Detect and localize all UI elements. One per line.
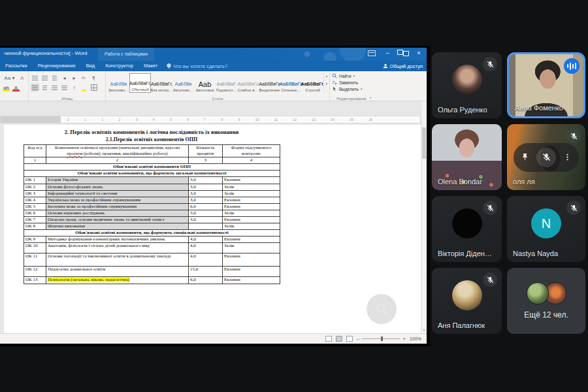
font-color-button[interactable]: А (12, 85, 20, 91)
mic-muted-icon (483, 201, 497, 215)
participant-name: Olena Bondar (438, 178, 482, 186)
borders-icon[interactable] (90, 84, 98, 91)
collapse-ribbon-icon[interactable]: ˄ (369, 96, 372, 100)
mic-muted-icon (483, 57, 497, 71)
select-button[interactable]: Выделить ▾ (332, 86, 371, 92)
tab-view[interactable]: Вид (81, 61, 101, 71)
gallery-up-icon[interactable]: ▴ (326, 74, 328, 78)
tab-review[interactable]: Рецензирование (33, 61, 81, 71)
gallery-more-icon[interactable]: ⋯ (325, 89, 329, 93)
zoom-in-icon[interactable]: + (402, 336, 406, 342)
style-no-spacing[interactable]: АаБбВвГг, Без интер… (151, 73, 172, 93)
style-normal[interactable]: АаБбВвГг, Обычный (129, 73, 151, 93)
section-row: Обов'язкові освітні компоненти ОПП (24, 164, 280, 171)
participant-tile-olya[interactable]: оля ля (507, 124, 585, 190)
line-spacing-icon[interactable]: ↕ (70, 84, 78, 91)
speaking-indicator-icon (564, 58, 580, 74)
document-page[interactable]: 2. Перелік освітніх компонентів і логічн… (4, 125, 421, 333)
more-options-icon[interactable] (563, 153, 572, 161)
participant-tile-anna[interactable]: Анна Фоменко (507, 52, 585, 118)
highlighted-cell: Психологія (загальна, вікова, педагогічн… (46, 277, 189, 284)
participant-tile-viktoria[interactable]: Вікторія Діден… (432, 196, 502, 262)
style-emphasis[interactable]: АаБбВвГг Выделение (259, 73, 280, 93)
spellcheck-word: проєкти (67, 151, 82, 156)
style-heading-partial[interactable]: АаБбВв Заголово… (108, 73, 129, 93)
search-icon (332, 73, 337, 78)
zoom-level[interactable]: 100% (410, 336, 421, 341)
zoom-slider[interactable]: – + (357, 336, 406, 342)
change-case-button[interactable]: Аа ▾ (2, 74, 17, 82)
table-row: ОК 3Інформаційні технології та системи3,… (24, 190, 280, 197)
sort-icon[interactable]: А↓ (80, 74, 88, 82)
vertical-scrollbar[interactable]: ▾ (421, 101, 427, 333)
tab-mailings[interactable]: Рассылки (0, 61, 33, 71)
clear-formatting-icon[interactable]: А (18, 74, 26, 82)
participant-name: Аня Палагнюк (438, 321, 485, 329)
tab-table-layout[interactable]: Макет (139, 61, 163, 71)
window-controls: – × (365, 48, 425, 57)
shading-icon[interactable] (80, 84, 88, 91)
contextual-tab-label[interactable]: Работа с таблицами (98, 48, 154, 61)
participant-tile-anya[interactable]: Аня Палагнюк (432, 268, 502, 334)
scroll-down-icon[interactable]: ▾ (421, 328, 427, 332)
col-header-code: Код н/д (24, 145, 46, 157)
styles-gallery: АаБбВв Заголово… АаБбВвГг, Обычный АаБбВ… (108, 73, 323, 94)
minimize-button[interactable]: – (381, 48, 394, 57)
share-button[interactable]: Общий доступ (383, 63, 423, 69)
participant-name: Вікторія Діден… (438, 250, 492, 257)
participant-tile-nastya[interactable]: N Nastya Nayda (507, 196, 585, 262)
pilcrow-icon[interactable]: ¶ (90, 74, 98, 82)
style-subtitle[interactable]: АаБбВаГ Подзагол… (216, 73, 237, 93)
participant-tile-olena[interactable]: Olena Bondar (432, 124, 502, 190)
zoom-out-icon[interactable]: – (357, 336, 359, 342)
find-button[interactable]: Найти ▾ (332, 73, 371, 79)
pin-icon[interactable] (521, 153, 529, 161)
magnifier-icon (375, 302, 388, 316)
horizontal-ruler[interactable]: 2 1 1 2 3 4 5 6 7 8 9 10 11 12 13 14 15 … (0, 116, 421, 123)
share-label: Общий доступ (390, 63, 423, 69)
table-row: ОК 4Українська мова за професійним спрям… (24, 197, 280, 203)
numbered-list-icon[interactable] (41, 74, 49, 82)
doc-heading-2: 2.1.Перелік освітніх компонентів ОПП (24, 137, 280, 142)
style-subtle-emphasis[interactable]: АаБбВвГг Слабое в… (237, 73, 259, 93)
zoom-thumb[interactable] (381, 336, 383, 341)
decrease-indent-icon[interactable]: ◂ (60, 74, 69, 82)
table-row: ОК 2Основи філософських знань3,0Залік (24, 184, 280, 190)
styles-gallery-scroll[interactable]: ▴ ▾ ⋯ (323, 73, 329, 94)
increase-indent-icon[interactable]: ▸ (70, 74, 78, 82)
align-center-icon[interactable] (41, 84, 49, 91)
tell-me-box[interactable]: Что вы хотите сделать? (167, 63, 227, 69)
participant-name: Ольга Руденко (438, 106, 487, 114)
mic-muted-circle-icon (536, 148, 556, 167)
participant-name: Nastya Nayda (513, 250, 558, 257)
avatar (452, 280, 482, 310)
justify-icon[interactable] (60, 84, 69, 91)
restore-button[interactable] (397, 48, 410, 57)
style-heading1[interactable]: АаБбВв Заголово… (172, 73, 194, 93)
multilevel-list-icon[interactable] (50, 74, 59, 82)
participant-tile-olga[interactable]: Ольга Руденко (432, 52, 502, 118)
align-left-icon[interactable] (31, 84, 39, 91)
close-button[interactable]: × (412, 48, 425, 57)
style-strong[interactable]: АаБбВвГг, Строгий (302, 73, 323, 93)
more-participants-tile[interactable]: Ещё 12 чел. (507, 268, 585, 334)
scrollbar-thumb[interactable] (422, 127, 426, 159)
print-layout-icon[interactable] (336, 336, 342, 342)
gallery-down-icon[interactable]: ▾ (326, 82, 328, 86)
style-title[interactable]: Аab Заголовок (194, 73, 216, 93)
participant-name: оля ля (513, 178, 535, 186)
tab-table-design[interactable]: Конструктор (100, 61, 139, 71)
bullet-list-icon[interactable] (31, 74, 39, 82)
zoom-track[interactable] (362, 338, 400, 339)
style-intense-emphasis[interactable]: АаБбВвГг Сильное… (280, 73, 302, 93)
replace-icon (332, 80, 337, 85)
magnifier-overlay[interactable] (367, 294, 397, 324)
replace-button[interactable]: Заменить (332, 79, 371, 86)
align-right-icon[interactable] (50, 84, 59, 91)
select-cursor-icon (332, 86, 337, 91)
ribbon-display-options-icon[interactable] (368, 50, 376, 56)
highlight-color-button[interactable]: ab (2, 85, 10, 91)
read-mode-icon[interactable] (325, 336, 332, 342)
word-titlebar: ченной функциональности] - Word Работа с… (0, 48, 427, 61)
web-layout-icon[interactable] (346, 336, 353, 342)
